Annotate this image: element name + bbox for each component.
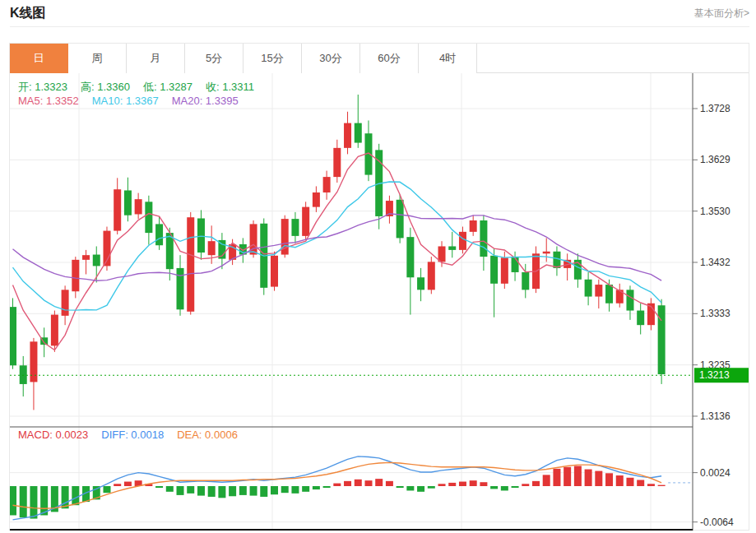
svg-text:1.3530: 1.3530: [700, 206, 730, 217]
page-title: K线图: [10, 5, 46, 22]
svg-text:1.3136: 1.3136: [700, 410, 730, 422]
svg-text:-0.0064: -0.0064: [700, 517, 734, 528]
period-tab-bar: 日周月5分15分30分60分4时: [10, 44, 749, 73]
candles-layer: [10, 95, 666, 410]
macd-histogram-layer: [10, 466, 666, 518]
svg-text:1.3333: 1.3333: [700, 308, 730, 319]
macdrow-item-1: DIFF: 0.0018: [101, 429, 164, 441]
svg-text:1.3728: 1.3728: [700, 103, 730, 114]
candlestick-chart-canvas[interactable]: 1.37281.36291.35301.34321.33331.32351.31…: [10, 73, 749, 531]
svg-text:1.3432: 1.3432: [700, 257, 730, 268]
chart-area: 开: 1.3323高: 1.3360低: 1.3287收: 1.3311 MA5…: [10, 73, 749, 531]
current-price-value: 1.3213: [699, 369, 730, 381]
macdrow-item-2: DEA: 0.0006: [177, 429, 238, 441]
ma-item-2: MA20: 1.3395: [172, 95, 239, 107]
tab-period-2[interactable]: 月: [127, 44, 185, 73]
svg-text:0.0024: 0.0024: [700, 467, 730, 479]
tab-period-0[interactable]: 日: [10, 44, 68, 73]
ohlc-item-2: 低: 1.3287: [143, 81, 192, 93]
tab-period-6[interactable]: 60分: [360, 44, 419, 73]
kline-chart-widget: 日周月5分15分30分60分4时 开: 1.3323高: 1.3360低: 1.…: [9, 43, 749, 531]
ma-item-1: MA10: 1.3367: [92, 95, 159, 107]
tab-period-4[interactable]: 15分: [243, 44, 302, 73]
ohlc-item-1: 高: 1.3360: [81, 81, 130, 93]
fundamental-analysis-link[interactable]: 基本面分析>: [694, 7, 749, 21]
widget-header: K线图 基本面分析>: [10, 0, 749, 27]
svg-text:1.3629: 1.3629: [700, 154, 730, 165]
tab-period-1[interactable]: 周: [68, 44, 127, 73]
tab-period-7[interactable]: 4时: [419, 44, 477, 73]
macd-readout-row: MACD: 0.0023DIFF: 0.0018DEA: 0.0006: [18, 429, 251, 441]
ohlc-item-0: 开: 1.3323: [18, 81, 67, 93]
ma-item-0: MA5: 1.3352: [18, 95, 79, 107]
ma-readout-row: MA5: 1.3352MA10: 1.3367MA20: 1.3395: [18, 95, 252, 107]
tab-period-5[interactable]: 30分: [302, 44, 360, 73]
ohlc-readout-row: 开: 1.3323高: 1.3360低: 1.3287收: 1.3311: [18, 80, 267, 95]
macdrow-item-0: MACD: 0.0023: [18, 429, 88, 441]
kline-widget-page: K线图 基本面分析> 日周月5分15分30分60分4时 开: 1.3323高: …: [0, 0, 756, 533]
ohlc-item-3: 收: 1.3311: [206, 81, 254, 93]
tab-period-3[interactable]: 5分: [185, 44, 243, 73]
